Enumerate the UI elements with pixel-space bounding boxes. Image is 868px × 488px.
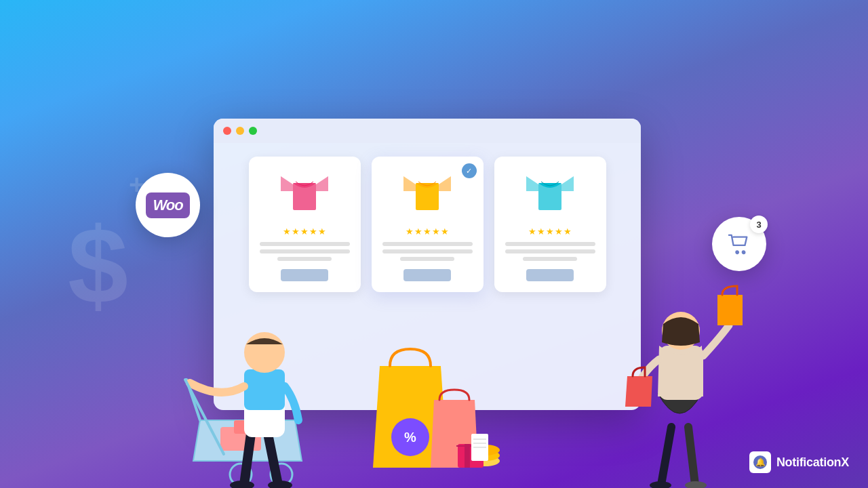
svg-marker-2 <box>281 176 293 191</box>
add-to-cart-3[interactable] <box>526 269 574 281</box>
svg-marker-5 <box>403 176 416 191</box>
browser-titlebar <box>214 119 641 143</box>
stars-2: ★★★★★ <box>406 226 450 237</box>
product-card-2: ✓ ★★★★★ <box>372 157 484 292</box>
tshirt-svg-3 <box>526 171 574 215</box>
stars-1: ★★★★★ <box>283 226 327 237</box>
line-2a <box>382 242 473 246</box>
browser-dot-red <box>223 127 231 135</box>
stars-3: ★★★★★ <box>528 226 572 237</box>
man-figure <box>125 244 329 488</box>
product-card-3: ★★★★★ <box>494 157 606 292</box>
line-3c <box>523 257 577 261</box>
tshirt-image-3 <box>523 167 577 218</box>
svg-marker-8 <box>526 176 538 191</box>
line-3a <box>505 242 595 246</box>
notificationx-brand: 🔔 NotificationX <box>749 451 849 473</box>
nx-logo-icon: 🔔 <box>753 455 768 470</box>
svg-text:🔔: 🔔 <box>755 457 765 467</box>
product-lines-2 <box>382 242 473 261</box>
svg-point-1 <box>743 251 745 253</box>
svg-text:%: % <box>404 430 416 445</box>
cart-badge: 3 <box>712 217 766 271</box>
svg-rect-18 <box>244 369 285 410</box>
notificationx-icon: 🔔 <box>749 451 771 473</box>
tshirt-svg-2 <box>403 171 451 215</box>
woo-badge: Woo <box>136 173 200 237</box>
notificationx-label: NotificationX <box>776 455 849 470</box>
center-bags: % <box>359 312 515 488</box>
svg-point-20 <box>650 481 671 488</box>
woo-inner: Woo <box>146 192 189 218</box>
product-lines-3 <box>505 242 595 261</box>
tshirt-image-2 <box>400 167 454 218</box>
woo-text: Woo <box>153 197 182 214</box>
line-2c <box>400 257 454 261</box>
add-to-cart-2[interactable] <box>403 269 451 281</box>
tshirt-image-1 <box>277 167 332 218</box>
check-badge-2: ✓ <box>462 163 477 178</box>
svg-rect-30 <box>465 444 470 468</box>
svg-point-0 <box>736 251 738 253</box>
line-3b <box>505 249 595 253</box>
dollar-watermark: $ <box>68 203 128 328</box>
svg-point-21 <box>685 481 707 488</box>
browser-dot-green <box>249 127 257 135</box>
svg-marker-6 <box>439 176 451 191</box>
browser-dot-yellow <box>236 127 244 135</box>
cart-count: 3 <box>750 216 768 233</box>
cart-icon <box>727 233 751 255</box>
svg-marker-9 <box>561 176 574 191</box>
svg-marker-3 <box>316 176 328 191</box>
line-2b <box>382 249 473 253</box>
tshirt-svg-1 <box>281 171 328 215</box>
